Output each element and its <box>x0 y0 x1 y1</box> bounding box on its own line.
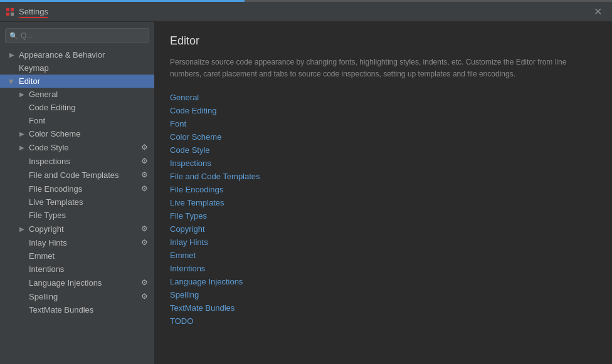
panel-link-code-style[interactable]: Code Style <box>170 145 597 155</box>
sidebar-item-intentions[interactable]: Intentions <box>0 263 154 276</box>
nav-list: ▶Appearance & BehaviorKeymap▶Editor▶Gene… <box>0 48 154 316</box>
sidebar-item-label: Font <box>29 116 149 125</box>
sidebar-item-label: Language Injections <box>29 278 139 288</box>
window-title: Settings <box>19 7 589 16</box>
spacer <box>8 64 16 73</box>
sidebar-item-label: Spelling <box>29 292 139 301</box>
sidebar-item-label: Appearance & Behavior <box>19 50 149 60</box>
sidebar-item-emmet[interactable]: Emmet <box>0 249 154 263</box>
sidebar-item-label: Editor <box>19 76 149 86</box>
sidebar-item-appearance-behavior[interactable]: ▶Appearance & Behavior <box>0 48 154 61</box>
panel-link-live-templates[interactable]: Live Templates <box>170 198 597 207</box>
panel-link-inspections[interactable]: Inspections <box>170 159 597 168</box>
panel-link-emmet[interactable]: Emmet <box>170 251 597 260</box>
settings-icon: ⚙ <box>139 142 149 152</box>
content-area: 🔍 ▶Appearance & BehaviorKeymap▶Editor▶Ge… <box>0 22 612 364</box>
chevron-icon: ▶ <box>18 90 26 99</box>
chevron-icon: ▶ <box>8 51 16 60</box>
panel-link-textmate-bundles[interactable]: TextMate Bundles <box>170 303 597 313</box>
spacer <box>18 184 26 193</box>
svg-rect-2 <box>6 13 9 16</box>
sidebar-item-file-types[interactable]: File Types <box>0 209 154 222</box>
spacer <box>18 198 26 207</box>
panel-link-spelling[interactable]: Spelling <box>170 290 597 299</box>
app-icon <box>5 7 15 17</box>
sidebar-item-label: TextMate Bundles <box>29 305 149 315</box>
sidebar-item-code-style[interactable]: ▶Code Style⚙ <box>0 140 154 154</box>
sidebar: 🔍 ▶Appearance & BehaviorKeymap▶Editor▶Ge… <box>0 22 155 364</box>
settings-icon: ⚙ <box>139 278 149 288</box>
sidebar-item-file-code-templates[interactable]: File and Code Templates⚙ <box>0 168 154 182</box>
panel-link-color-scheme[interactable]: Color Scheme <box>170 132 597 142</box>
panel-link-font[interactable]: Font <box>170 119 597 128</box>
main-panel: Editor Personalize source code appearanc… <box>155 22 612 364</box>
sidebar-item-label: Inspections <box>29 157 139 166</box>
sidebar-item-label: Live Templates <box>29 197 149 207</box>
sidebar-item-inlay-hints[interactable]: Inlay Hints⚙ <box>0 236 154 249</box>
panel-link-file-types[interactable]: File Types <box>170 211 597 221</box>
svg-rect-0 <box>6 8 9 11</box>
sidebar-item-inspections[interactable]: Inspections⚙ <box>0 154 154 168</box>
spacer <box>18 278 26 287</box>
close-button[interactable]: ✕ <box>589 3 607 20</box>
chevron-icon: ▶ <box>18 224 26 233</box>
spacer <box>18 306 26 315</box>
sidebar-item-label: File Encodings <box>29 184 139 194</box>
search-box: 🔍 <box>5 28 149 43</box>
sidebar-item-label: General <box>29 90 149 99</box>
sidebar-item-label: File and Code Templates <box>29 170 139 180</box>
sidebar-item-keymap[interactable]: Keymap <box>0 61 154 75</box>
sidebar-item-label: File Types <box>29 211 149 220</box>
spacer <box>18 265 26 274</box>
sidebar-item-label: Code Style <box>29 143 139 152</box>
sidebar-item-live-templates[interactable]: Live Templates <box>0 195 154 209</box>
panel-link-copyright[interactable]: Copyright <box>170 224 597 234</box>
sidebar-item-file-encodings[interactable]: File Encodings⚙ <box>0 182 154 195</box>
sidebar-item-spelling[interactable]: Spelling⚙ <box>0 289 154 303</box>
panel-link-general[interactable]: General <box>170 93 597 102</box>
settings-icon: ⚙ <box>139 170 149 180</box>
sidebar-item-general[interactable]: ▶General <box>0 88 154 101</box>
sidebar-item-label: Copyright <box>29 224 139 234</box>
settings-icon: ⚙ <box>139 237 149 247</box>
spacer <box>18 103 26 112</box>
sidebar-item-label: Emmet <box>29 251 149 261</box>
sidebar-item-code-editing[interactable]: Code Editing <box>0 101 154 114</box>
panel-link-todo[interactable]: TODO <box>170 316 597 326</box>
sidebar-item-label: Code Editing <box>29 103 149 112</box>
sidebar-item-color-scheme[interactable]: ▶Color Scheme <box>0 127 154 140</box>
sidebar-item-label: Keymap <box>19 63 149 73</box>
search-input[interactable] <box>5 28 149 43</box>
panel-link-code-editing[interactable]: Code Editing <box>170 106 597 115</box>
sidebar-item-font[interactable]: Font <box>0 114 154 127</box>
spacer <box>18 170 26 179</box>
chevron-icon: ▶ <box>18 130 26 138</box>
spacer <box>18 292 26 301</box>
chevron-icon: ▶ <box>8 78 16 86</box>
spacer <box>18 238 26 247</box>
panel-description: Personalize source code appearance by ch… <box>170 56 596 80</box>
sidebar-item-editor[interactable]: ▶Editor <box>0 75 154 88</box>
svg-rect-3 <box>11 13 14 16</box>
sidebar-item-textmate-bundles[interactable]: TextMate Bundles <box>0 303 154 316</box>
panel-link-file-encodings[interactable]: File Encodings <box>170 185 597 194</box>
progress-bar-area <box>0 0 612 2</box>
search-icon: 🔍 <box>9 32 18 40</box>
settings-icon: ⚙ <box>139 184 149 194</box>
panel-link-file-code-templates[interactable]: File and Code Templates <box>170 172 597 181</box>
settings-icon: ⚙ <box>139 291 149 301</box>
sidebar-item-copyright[interactable]: ▶Copyright⚙ <box>0 222 154 236</box>
sidebar-item-label: Color Scheme <box>29 129 149 138</box>
spacer <box>18 157 26 165</box>
titlebar: Settings ✕ <box>0 2 612 22</box>
sidebar-item-label: Intentions <box>29 264 149 274</box>
panel-link-language-injections[interactable]: Language Injections <box>170 277 597 286</box>
spacer <box>18 211 26 220</box>
link-list: GeneralCode EditingFontColor SchemeCode … <box>170 93 597 326</box>
panel-link-inlay-hints[interactable]: Inlay Hints <box>170 237 597 247</box>
panel-link-intentions[interactable]: Intentions <box>170 264 597 273</box>
settings-icon: ⚙ <box>139 156 149 166</box>
sidebar-item-label: Inlay Hints <box>29 238 139 247</box>
chevron-icon: ▶ <box>18 143 26 152</box>
sidebar-item-language-injections[interactable]: Language Injections⚙ <box>0 276 154 289</box>
